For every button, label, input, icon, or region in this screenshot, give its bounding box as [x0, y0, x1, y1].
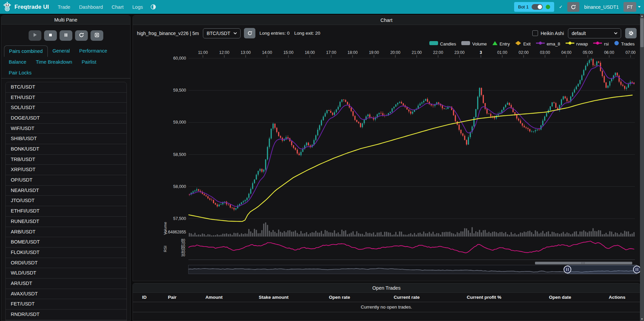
svg-text:01:00: 01:00 [497, 50, 507, 55]
pair-list-item[interactable]: RUNE/USDT [6, 217, 127, 227]
chart-column: Chart high_frog_binance_v226 | 5m BTC/US… [133, 15, 640, 321]
tab-pair-locks[interactable]: Pair Locks [4, 67, 36, 78]
open-trades-header-row: IDPairAmountStake amountOpen rateCurrent… [133, 293, 640, 302]
column-header-open-rate[interactable]: Open rate [308, 295, 371, 300]
svg-text:57,500: 57,500 [173, 216, 186, 221]
datazoom-right-handle [634, 266, 640, 273]
plot-settings-button[interactable] [625, 28, 637, 38]
svg-text:3: 3 [480, 50, 482, 55]
tab-time-breakdown[interactable]: Time Breakdown [31, 57, 77, 67]
tab-pairlist[interactable]: Pairlist [77, 57, 101, 67]
column-header-open-date[interactable]: Open date [526, 295, 594, 300]
pair-list-item[interactable]: DOGE/USDT [6, 113, 127, 124]
column-header-id[interactable]: ID [133, 295, 156, 300]
svg-text:12:00: 12:00 [219, 50, 229, 55]
column-header-amount[interactable]: Amount [189, 295, 240, 300]
strategy-label: high_frog_binance_v226 | 5m [137, 31, 199, 36]
chevron-down-icon [234, 32, 237, 35]
legend-item-entry[interactable]: Entry [492, 41, 510, 47]
svg-text:05:00: 05:00 [583, 50, 593, 55]
pair-list-item[interactable]: ETH/USDT [6, 93, 127, 103]
legend-marker-icon [566, 41, 574, 47]
scrollbar-thumb[interactable] [640, 18, 644, 47]
nav-link-logs[interactable]: Logs [132, 4, 143, 10]
pair-list-item[interactable]: WIF/USDT [6, 124, 127, 134]
svg-text:11:00: 11:00 [198, 50, 208, 55]
column-header-pair[interactable]: Pair [156, 295, 189, 300]
reload-bot-button[interactable] [567, 2, 579, 12]
open-trades-panel: Open Trades IDPairAmountStake amountOpen… [133, 283, 640, 321]
heikin-ashi-checkbox[interactable] [532, 30, 538, 36]
pause-bot-button[interactable] [60, 30, 72, 41]
pair-list-item[interactable]: ETHFI/USDT [6, 206, 127, 217]
pair-list-item[interactable]: AVAX/USDT [6, 289, 127, 299]
refresh-chart-button[interactable] [244, 28, 255, 38]
nav-link-trade[interactable]: Trade [58, 4, 70, 10]
tab-pairs-combined[interactable]: Pairs combined [4, 45, 48, 57]
pair-list-item[interactable]: NEAR/USDT [6, 186, 127, 196]
scroll-up-arrow-icon[interactable]: ▲ [640, 14, 644, 18]
theme-toggle-icon[interactable] [150, 4, 156, 10]
stop-bot-button[interactable] [44, 30, 57, 41]
bot-name: Bot 1 [518, 4, 529, 9]
avatar[interactable]: FT [623, 2, 636, 12]
pair-list-item[interactable]: XRP/USDT [6, 165, 127, 175]
legend-item-exit[interactable]: Exit [515, 41, 531, 47]
nav-link-chart[interactable]: Chart [112, 4, 123, 10]
pair-list-item[interactable]: OP/USDT [6, 175, 127, 186]
long-exits-count: Long exit: 20 [294, 31, 320, 36]
pair-list-item[interactable]: RNDR/USDT [6, 310, 127, 320]
user-menu[interactable]: FT [623, 2, 641, 12]
brand-title: Freqtrade UI [14, 4, 49, 10]
refresh-bot-button[interactable] [75, 30, 88, 41]
svg-text:59,500: 59,500 [173, 88, 186, 93]
bot-control-buttons [1, 25, 130, 45]
legend-marker-icon [492, 41, 498, 47]
pair-list-item[interactable]: JTO/USDT [6, 196, 127, 206]
column-header-stake-amount[interactable]: Stake amount [239, 295, 308, 300]
discard-bot-button[interactable] [91, 30, 103, 41]
legend-item-ema_8[interactable]: ema_8 [536, 41, 560, 47]
pair-list-item[interactable]: SHIB/USDT [6, 134, 127, 144]
legend-marker-icon [515, 41, 521, 47]
brand[interactable]: Freqtrade UI [3, 2, 49, 12]
pair-list-item[interactable]: FLOKI/USDT [6, 248, 127, 258]
pair-list-item[interactable]: SOL/USDT [6, 103, 127, 113]
pair-list-item[interactable]: TRB/USDT [6, 155, 127, 165]
svg-text:15:00: 15:00 [283, 50, 293, 55]
multi-pane-sidebar: Multi Pane Pairs combinedGeneralPerforma… [1, 15, 131, 321]
pair-list-item[interactable]: BOME/USDT [6, 237, 127, 248]
plot-config-select[interactable]: default [568, 28, 621, 38]
legend-item-candles[interactable]: Candles [429, 41, 456, 47]
pair-list-item[interactable]: WLD/USDT [6, 268, 127, 279]
bot-run-toggle[interactable] [532, 4, 543, 10]
legend-item-volume[interactable]: Volume [461, 41, 487, 47]
pair-list-item[interactable]: AR/USDT [6, 279, 127, 289]
tab-performance[interactable]: Performance [75, 45, 112, 57]
legend-item-rvwap[interactable]: rvwap [566, 41, 588, 47]
tab-balance[interactable]: Balance [4, 57, 31, 67]
pair-list-item[interactable]: BONK/USDT [6, 144, 127, 155]
column-header-current-rate[interactable]: Current rate [371, 295, 442, 300]
scroll-down-arrow-icon[interactable]: ▼ [640, 317, 644, 321]
legend-item-trades[interactable]: Trades [614, 41, 635, 47]
svg-text:03:00: 03:00 [540, 50, 550, 55]
tab-general[interactable]: General [48, 45, 75, 57]
pair-select[interactable]: BTC/USDT [203, 28, 241, 38]
price-chart[interactable]: 60,00059,50059,00058,50058,00057,50011:0… [133, 48, 640, 277]
discard-icon [94, 32, 100, 39]
bot-selector[interactable]: Bot 1 [514, 2, 554, 12]
page-scrollbar[interactable]: ▲ ▼ [640, 14, 644, 321]
svg-text:07:00: 07:00 [625, 50, 636, 55]
play-bot-button[interactable] [29, 30, 41, 41]
column-header-current-profit-pct[interactable]: Current profit % [442, 295, 526, 300]
column-header-actions[interactable]: Actions [594, 295, 640, 300]
nav-link-dashboard[interactable]: Dashboard [79, 4, 103, 10]
pair-list-item[interactable]: FET/USDT [6, 299, 127, 310]
pair-list-item[interactable]: DOT/USDT [6, 320, 127, 321]
pair-list-item[interactable]: ORDI/USDT [6, 258, 127, 268]
pair-list-item[interactable]: BTC/USDT [6, 82, 127, 93]
pair-list-item[interactable]: ARB/USDT [6, 227, 127, 237]
ema8-line [189, 66, 634, 207]
legend-item-rsi[interactable]: rsi [593, 41, 609, 47]
